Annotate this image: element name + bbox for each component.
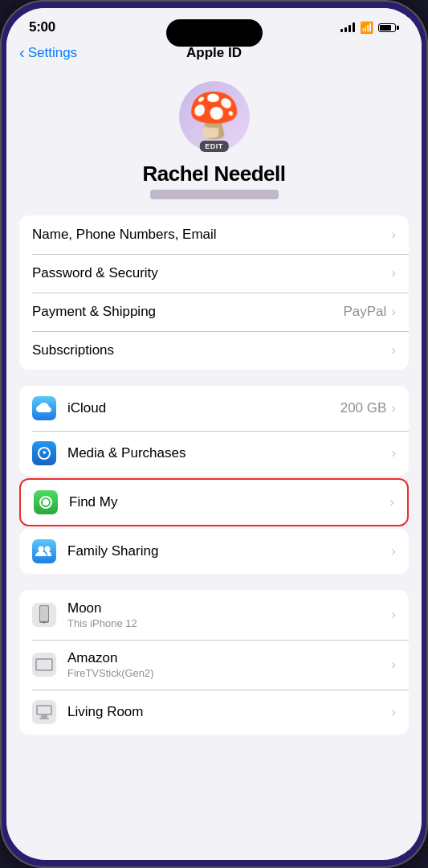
password-security-chevron-icon: › (391, 265, 396, 281)
family-sharing-chevron-icon: › (391, 543, 396, 559)
payment-shipping-content: Payment & Shipping (32, 304, 343, 320)
battery-body (378, 23, 396, 32)
status-time: 5:00 (29, 19, 55, 35)
password-security-content: Password & Security (32, 265, 391, 281)
profile-name: Rachel Needell (143, 162, 286, 186)
signal-bar-3 (349, 25, 351, 32)
battery-icon (378, 23, 399, 32)
icloud-icon (32, 396, 56, 420)
services-inner-group: iCloud 200 GB › Media & Purch (19, 386, 409, 476)
icloud-content: iCloud (67, 400, 340, 416)
svg-rect-5 (40, 606, 48, 621)
find-my-title: Find My (69, 494, 389, 510)
find-my-icon (34, 490, 58, 514)
svg-rect-8 (37, 660, 51, 669)
svg-rect-11 (41, 715, 47, 718)
name-phone-email-chevron-icon: › (391, 227, 396, 243)
payment-shipping-row[interactable]: Payment & Shipping PayPal › (19, 293, 409, 331)
svg-rect-10 (38, 706, 51, 714)
avatar-container[interactable]: 🍄 EDIT (179, 81, 250, 152)
icloud-row[interactable]: iCloud 200 GB › (19, 386, 409, 431)
wifi-icon: 📶 (360, 21, 373, 34)
subscriptions-content: Subscriptions (32, 342, 391, 358)
scroll-content[interactable]: 🍄 EDIT Rachel Needell Name, Phone Number… (6, 68, 422, 860)
amazon-device-content: Amazon FireTVStick(Gen2) (67, 650, 391, 679)
media-purchases-icon (32, 441, 56, 465)
living-room-icon (32, 700, 56, 724)
back-label: Settings (28, 45, 77, 61)
living-room-chevron-icon: › (391, 704, 396, 720)
family-sharing-row[interactable]: Family Sharing › (19, 529, 409, 574)
svg-point-3 (45, 547, 51, 552)
family-sharing-content: Family Sharing (67, 543, 391, 559)
living-room-title: Living Room (67, 704, 391, 720)
living-room-row[interactable]: Living Room › (19, 690, 409, 735)
icloud-title: iCloud (67, 400, 340, 416)
family-sharing-icon (32, 539, 56, 563)
amazon-device-title: Amazon (67, 650, 391, 666)
media-purchases-content: Media & Purchases (67, 445, 391, 461)
signal-bars-icon (340, 23, 355, 32)
back-chevron-icon: ‹ (19, 43, 25, 62)
media-purchases-chevron-icon: › (391, 445, 396, 461)
icloud-detail: 200 GB (340, 400, 387, 416)
status-icons: 📶 (340, 21, 399, 34)
battery-tip (397, 26, 399, 30)
media-purchases-row[interactable]: Media & Purchases › (19, 431, 409, 476)
profile-email (150, 190, 279, 199)
amazon-device-icon (32, 653, 56, 677)
family-sharing-title: Family Sharing (67, 543, 391, 559)
signal-bar-4 (353, 23, 355, 32)
avatar-edit-badge[interactable]: EDIT (199, 141, 229, 152)
moon-device-row[interactable]: Moon This iPhone 12 › (19, 590, 409, 640)
name-phone-email-content: Name, Phone Numbers, Email (32, 227, 391, 243)
moon-device-chevron-icon: › (391, 607, 396, 623)
moon-device-icon (32, 603, 56, 627)
phone-frame: 5:00 📶 (0, 0, 428, 868)
family-inner-group: Family Sharing › (19, 529, 409, 574)
svg-point-2 (39, 547, 44, 552)
services-group: iCloud 200 GB › Media & Purch (19, 386, 409, 574)
find-my-row[interactable]: Find My › (19, 478, 409, 526)
svg-point-6 (43, 622, 45, 624)
phone-screen: 5:00 📶 (6, 8, 422, 860)
media-purchases-title: Media & Purchases (67, 445, 391, 461)
signal-bar-1 (340, 29, 343, 32)
amazon-device-row[interactable]: Amazon FireTVStick(Gen2) › (19, 640, 409, 690)
password-security-row[interactable]: Password & Security › (19, 254, 409, 293)
avatar-emoji: 🍄 (187, 93, 241, 137)
svg-point-0 (43, 499, 49, 506)
amazon-device-chevron-icon: › (391, 657, 396, 673)
living-room-content: Living Room (67, 704, 391, 720)
find-my-chevron-icon: › (389, 494, 394, 510)
password-security-title: Password & Security (32, 265, 391, 281)
signal-bar-2 (344, 27, 347, 32)
devices-group: Moon This iPhone 12 › Amazon (19, 590, 409, 735)
name-phone-email-row[interactable]: Name, Phone Numbers, Email › (19, 215, 409, 254)
icloud-chevron-icon: › (391, 400, 396, 416)
payment-shipping-chevron-icon: › (391, 304, 396, 320)
account-settings-group: Name, Phone Numbers, Email › Password & … (19, 215, 409, 370)
payment-shipping-title: Payment & Shipping (32, 304, 343, 320)
profile-section: 🍄 EDIT Rachel Needell (6, 68, 422, 215)
amazon-device-subtitle: FireTVStick(Gen2) (67, 667, 391, 679)
find-my-content: Find My (69, 494, 389, 510)
name-phone-email-title: Name, Phone Numbers, Email (32, 227, 391, 243)
moon-device-content: Moon This iPhone 12 (67, 600, 391, 629)
moon-device-title: Moon (67, 600, 391, 616)
dynamic-island (166, 19, 263, 47)
payment-detail: PayPal (343, 304, 386, 320)
moon-device-subtitle: This iPhone 12 (67, 617, 391, 629)
subscriptions-row[interactable]: Subscriptions › (19, 331, 409, 370)
page-title: Apple ID (186, 45, 242, 61)
subscriptions-chevron-icon: › (391, 342, 396, 358)
subscriptions-title: Subscriptions (32, 342, 391, 358)
back-button[interactable]: ‹ Settings (22, 43, 77, 62)
svg-rect-12 (39, 718, 49, 719)
battery-fill (380, 25, 391, 31)
